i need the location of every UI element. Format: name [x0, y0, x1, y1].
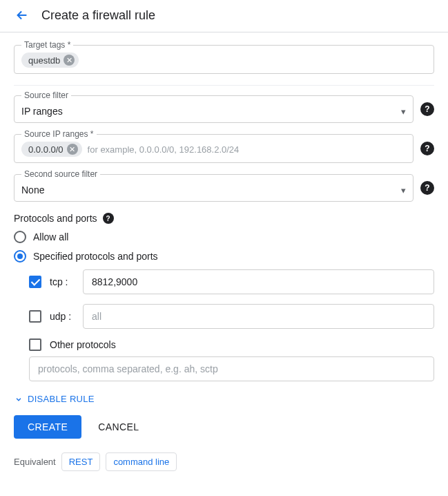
source-ip-chip[interactable]: 0.0.0.0/0 ✕	[21, 142, 82, 157]
other-protocols-checkbox[interactable]	[29, 338, 41, 351]
equivalent-label: Equivalent	[14, 457, 56, 467]
chevron-down-icon: ▾	[401, 106, 406, 117]
disable-rule-toggle[interactable]: DISABLE RULE	[14, 394, 434, 404]
source-filter-label: Source filter	[21, 90, 71, 100]
page-title: Create a firewall rule	[41, 8, 155, 23]
help-icon[interactable]: ?	[420, 142, 434, 155]
source-filter-select[interactable]: Source filter IP ranges ▾	[14, 95, 413, 123]
allow-all-radio[interactable]: Allow all	[14, 231, 434, 243]
chevron-down-icon: ▾	[401, 185, 406, 195]
other-protocols-label: Other protocols	[50, 339, 116, 350]
equivalent-cmdline-button[interactable]: command line	[106, 452, 177, 471]
disable-rule-label: DISABLE RULE	[28, 394, 95, 404]
second-source-filter-value: None	[21, 184, 44, 195]
specified-protocols-label: Specified protocols and ports	[33, 251, 158, 262]
help-icon[interactable]: ?	[103, 213, 114, 224]
cancel-button[interactable]: CANCEL	[98, 421, 139, 432]
source-ip-hint: for example, 0.0.0.0/0, 192.168.2.0/24	[88, 144, 240, 155]
radio-icon	[14, 231, 26, 243]
tcp-ports-input[interactable]	[83, 269, 434, 294]
source-ip-ranges-field[interactable]: Source IP ranges * 0.0.0.0/0 ✕ for examp…	[14, 134, 413, 163]
close-icon[interactable]: ✕	[67, 144, 78, 155]
source-filter-value: IP ranges	[21, 106, 63, 117]
target-tags-field[interactable]: Target tags * questdb ✕	[14, 45, 434, 74]
second-source-filter-select[interactable]: Second source filter None ▾	[14, 174, 413, 202]
source-ip-ranges-label: Source IP ranges *	[21, 129, 97, 139]
target-tags-label: Target tags *	[21, 40, 73, 50]
help-icon[interactable]: ?	[420, 181, 434, 195]
udp-label: udp :	[50, 311, 75, 322]
close-icon[interactable]: ✕	[64, 55, 75, 66]
udp-checkbox[interactable]	[29, 310, 41, 323]
target-tag-chip[interactable]: questdb ✕	[21, 53, 79, 68]
tcp-label: tcp :	[50, 276, 75, 287]
equivalent-rest-button[interactable]: REST	[61, 452, 101, 471]
chevron-down-icon	[14, 394, 23, 404]
specified-protocols-radio[interactable]: Specified protocols and ports	[14, 250, 434, 263]
source-ip-chip-text: 0.0.0.0/0	[28, 144, 64, 155]
second-source-filter-label: Second source filter	[21, 169, 100, 179]
protocols-ports-heading: Protocols and ports	[14, 213, 97, 224]
other-protocols-input[interactable]	[29, 356, 434, 381]
tcp-checkbox[interactable]	[29, 276, 41, 288]
target-tag-chip-text: questdb	[28, 55, 60, 66]
radio-icon	[14, 250, 26, 263]
help-icon[interactable]: ?	[420, 102, 434, 116]
allow-all-label: Allow all	[33, 231, 68, 242]
udp-ports-input[interactable]	[83, 304, 434, 329]
back-arrow-icon[interactable]	[14, 7, 30, 23]
create-button[interactable]: CREATE	[14, 415, 81, 439]
